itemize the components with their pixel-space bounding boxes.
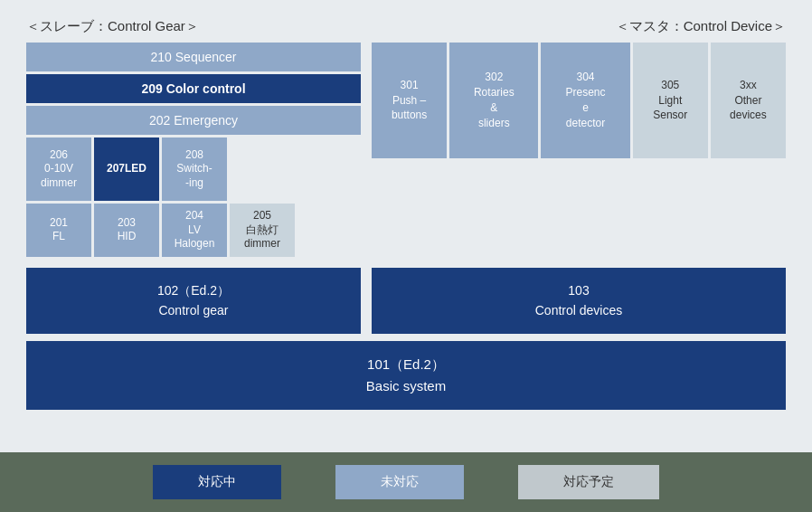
- basic-system-box: 101（Ed.2） Basic system: [26, 341, 786, 410]
- cell-301: 301Push –buttons: [372, 43, 447, 158]
- cell-302: 302Rotaries&sliders: [449, 43, 538, 158]
- legend-planned-box: 対応予定: [518, 465, 659, 499]
- legend-unsupported-box: 未対応: [335, 465, 464, 499]
- legend-unsupported: 未対応: [335, 465, 464, 499]
- cell-206: 2060-10Vdimmer: [26, 137, 91, 201]
- basic-system-label: Basic system: [366, 378, 446, 393]
- legend-bar: 対応中 未対応 対応予定: [0, 452, 812, 512]
- legend-planned: 対応予定: [518, 465, 659, 499]
- master-header-title: ＜マスタ：Control Device＞: [616, 18, 786, 35]
- control-devices-num: 103: [568, 283, 589, 298]
- slave-section: 210 Sequencer 209 Color control 202 Emer…: [26, 43, 361, 257]
- cell-204: 204LVHalogen: [162, 204, 227, 257]
- cell-205: 205白熱灯dimmer: [230, 204, 295, 257]
- cell-304: 304Presencedetector: [541, 43, 629, 158]
- cell-208: 208Switch--ing: [162, 137, 227, 201]
- slave-header-title: ＜スレーブ：Control Gear＞: [26, 18, 199, 35]
- control-gear-label: Control gear: [158, 303, 228, 318]
- cell-201: 201FL: [26, 204, 91, 257]
- master-section: 301Push –buttons 302Rotaries&sliders 304…: [372, 43, 786, 257]
- basic-system-num: 101（Ed.2）: [367, 356, 445, 372]
- control-gear-box: 102（Ed.2） Control gear: [26, 268, 361, 334]
- cell-207: 207LED: [94, 137, 159, 201]
- emergency-cell: 202 Emergency: [26, 106, 361, 135]
- cell-305: 305LightSensor: [633, 43, 708, 158]
- legend-active-box: 対応中: [153, 465, 281, 499]
- control-gear-num: 102（Ed.2）: [157, 283, 230, 298]
- control-devices-box: 103 Control devices: [372, 268, 786, 334]
- sequencer-cell: 210 Sequencer: [26, 43, 361, 71]
- cell-3xx: 3xxOtherdevices: [711, 43, 786, 158]
- color-control-cell: 209 Color control: [26, 74, 361, 103]
- control-devices-label: Control devices: [535, 303, 623, 318]
- legend-active: 対応中: [153, 465, 281, 499]
- cell-203: 203HID: [94, 204, 159, 257]
